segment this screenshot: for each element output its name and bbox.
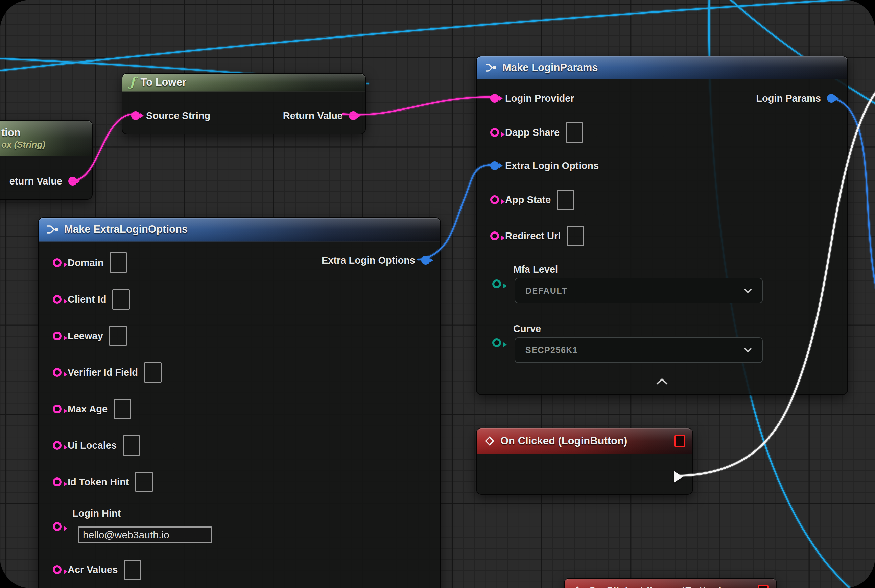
pin-label-extra-login-options-out: Extra Login Options bbox=[322, 255, 415, 266]
pin-label-login-params-out: Login Params bbox=[756, 93, 821, 104]
pin-label-return-value-partial: eturn Value bbox=[9, 176, 62, 187]
pin-ui-locales[interactable] bbox=[53, 441, 62, 450]
node-to-lower[interactable]: ƒ To Lower Source String Return Value bbox=[122, 73, 366, 135]
pin-curve[interactable] bbox=[492, 338, 501, 347]
domain-value-box[interactable] bbox=[110, 252, 127, 273]
pin-client-id[interactable] bbox=[53, 295, 62, 304]
pin-mfa-level[interactable] bbox=[492, 279, 501, 288]
pin-label-login-provider: Login Provider bbox=[505, 93, 574, 104]
node-subtitle-fragment: ox (String) bbox=[2, 140, 45, 150]
dapp-share-value-box[interactable] bbox=[566, 122, 583, 142]
pin-label-login-hint: Login Hint bbox=[72, 508, 121, 519]
node-on-clicked-logout-header: On Clicked (LogoutButton) bbox=[565, 579, 776, 588]
ui-locales-value-box[interactable] bbox=[123, 435, 140, 456]
chevron-down-icon bbox=[744, 347, 752, 353]
node-source-partial-header: tion ox (String) bbox=[0, 121, 92, 156]
pin-return-value-partial[interactable] bbox=[68, 177, 77, 186]
bound-widget-icon[interactable] bbox=[758, 585, 769, 588]
node-make-extra-login-options[interactable]: Make ExtraLoginOptions Extra Login Optio… bbox=[38, 217, 441, 588]
collapse-chevron-icon[interactable] bbox=[656, 378, 668, 385]
pin-label-app-state: App State bbox=[505, 194, 551, 206]
pin-login-params-out[interactable] bbox=[827, 94, 836, 103]
pin-login-provider[interactable] bbox=[490, 94, 499, 103]
app-state-value-box[interactable] bbox=[557, 190, 574, 210]
pin-id-token-hint[interactable] bbox=[53, 477, 62, 486]
node-title-make-login-params: Make LoginParams bbox=[502, 62, 598, 74]
pin-label-ui-locales: Ui Locales bbox=[68, 440, 117, 451]
node-make-extra-login-options-header: Make ExtraLoginOptions bbox=[39, 218, 440, 242]
pin-extra-login-options-in[interactable] bbox=[490, 161, 499, 170]
pin-label-domain: Domain bbox=[68, 257, 104, 268]
pin-label-mfa-level: Mfa Level bbox=[513, 264, 558, 275]
pin-label-extra-login-options-in: Extra Login Options bbox=[505, 160, 599, 171]
chevron-down-icon bbox=[744, 288, 752, 293]
node-on-clicked-logout-button[interactable]: On Clicked (LogoutButton) bbox=[564, 578, 777, 588]
node-title-make-extra-login-options: Make ExtraLoginOptions bbox=[64, 224, 188, 236]
node-title-to-lower: To Lower bbox=[141, 76, 186, 88]
pin-label-verifier-id-field: Verifier Id Field bbox=[68, 367, 138, 378]
pin-return-value[interactable] bbox=[349, 111, 358, 120]
node-make-login-params[interactable]: Make LoginParams Login Params Login Prov… bbox=[476, 56, 848, 395]
curve-dropdown[interactable]: SECP256K1 bbox=[514, 337, 763, 363]
pin-label-dapp-share: Dapp Share bbox=[505, 127, 559, 138]
pin-label-max-age: Max Age bbox=[68, 404, 108, 415]
redirect-url-value-box[interactable] bbox=[567, 226, 584, 246]
pin-domain[interactable] bbox=[53, 258, 62, 267]
make-struct-icon bbox=[484, 62, 497, 73]
pin-login-hint[interactable] bbox=[53, 522, 62, 531]
screenshot-frame: tion ox (String) eturn Value ƒ To Lower … bbox=[0, 0, 875, 588]
pin-label-curve: Curve bbox=[513, 323, 541, 334]
leeway-value-box[interactable] bbox=[109, 326, 127, 346]
function-icon: ƒ bbox=[130, 75, 135, 89]
pin-max-age[interactable] bbox=[53, 405, 62, 413]
login-hint-input[interactable] bbox=[78, 526, 212, 543]
pin-verifier-id-field[interactable] bbox=[53, 368, 62, 377]
pin-label-leeway: Leeway bbox=[68, 330, 103, 342]
node-title-fragment: tion bbox=[2, 127, 21, 139]
exec-out-pin[interactable] bbox=[674, 471, 683, 483]
node-make-login-params-header: Make LoginParams bbox=[477, 56, 847, 80]
pin-label-redirect-url: Redirect Url bbox=[505, 231, 561, 242]
client-id-value-box[interactable] bbox=[112, 289, 130, 309]
acr-values-value-box[interactable] bbox=[124, 560, 141, 580]
blueprint-graph-canvas[interactable]: tion ox (String) eturn Value ƒ To Lower … bbox=[0, 0, 875, 588]
pin-acr-values[interactable] bbox=[53, 566, 62, 574]
event-diamond-icon bbox=[572, 586, 583, 588]
mfa-level-value: DEFAULT bbox=[525, 286, 567, 296]
node-on-clicked-login-header: On Clicked (LoginButton) bbox=[477, 429, 692, 454]
pin-redirect-url[interactable] bbox=[490, 231, 499, 240]
node-title-on-clicked-logout: On Clicked (LogoutButton) bbox=[588, 585, 722, 588]
pin-source-string[interactable] bbox=[131, 111, 140, 120]
pin-label-return-value: Return Value bbox=[283, 110, 343, 122]
pin-dapp-share[interactable] bbox=[490, 128, 499, 137]
pin-leeway[interactable] bbox=[53, 332, 62, 340]
pin-extra-login-options-out[interactable] bbox=[421, 256, 430, 265]
pin-label-client-id: Client Id bbox=[68, 294, 106, 305]
bound-widget-icon[interactable] bbox=[674, 435, 685, 447]
pin-label-id-token-hint: Id Token Hint bbox=[68, 477, 129, 488]
node-source-partial[interactable]: tion ox (String) eturn Value bbox=[0, 120, 93, 200]
curve-value: SECP256K1 bbox=[525, 345, 578, 355]
node-title-on-clicked-login: On Clicked (LoginButton) bbox=[501, 435, 627, 447]
id-token-hint-value-box[interactable] bbox=[135, 472, 153, 492]
max-age-value-box[interactable] bbox=[114, 399, 131, 419]
pin-label-acr-values: Acr Values bbox=[68, 564, 118, 576]
mfa-level-dropdown[interactable]: DEFAULT bbox=[514, 278, 763, 303]
pin-app-state[interactable] bbox=[490, 195, 499, 204]
pin-label-source-string: Source String bbox=[146, 110, 210, 122]
node-on-clicked-login-button[interactable]: On Clicked (LoginButton) bbox=[476, 428, 693, 495]
node-to-lower-header: ƒ To Lower bbox=[122, 74, 365, 92]
event-diamond-icon bbox=[484, 436, 495, 446]
verifier-id-field-value-box[interactable] bbox=[144, 362, 162, 382]
make-struct-icon bbox=[46, 224, 59, 235]
